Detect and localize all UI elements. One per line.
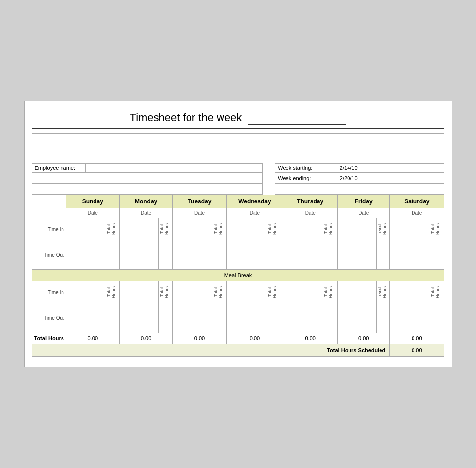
saturday-header: Saturday <box>390 195 444 208</box>
monday-timein-1[interactable] <box>119 218 158 240</box>
total-hours-row-label: Total Hours <box>32 333 66 344</box>
time-in-label-1: Time In <box>32 218 66 240</box>
saturday-totalhours-2: TotalHours <box>430 285 441 299</box>
wednesday-totalhours-1: TotalHours <box>267 222 278 236</box>
sunday-timein-1[interactable] <box>66 218 105 240</box>
time-out-label-1: Time Out <box>32 240 66 270</box>
thursday-timeout-2[interactable] <box>283 303 322 333</box>
monday-total: 0.00 <box>119 333 173 344</box>
wednesday-timeout-1[interactable] <box>226 240 266 270</box>
monday-totalhours-1: TotalHours <box>159 222 170 236</box>
thursday-totalhours-1: TotalHours <box>323 222 334 236</box>
thursday-timein-1[interactable] <box>283 218 322 240</box>
tuesday-totalhours-2: TotalHours <box>213 285 223 299</box>
saturday-total: 0.00 <box>390 333 444 344</box>
thursday-date[interactable]: Date <box>283 208 338 218</box>
saturday-timein-2[interactable] <box>390 281 429 303</box>
week-starting-value: 2/14/10 <box>337 164 386 173</box>
wednesday-timeout-2[interactable] <box>226 303 266 333</box>
time-out-label-2: Time Out <box>32 303 66 333</box>
timesheet-container: Timesheet for the week Employee name: We… <box>24 101 452 367</box>
tuesday-timeout-2[interactable] <box>173 303 212 333</box>
sunday-total: 0.00 <box>66 333 119 344</box>
saturday-timeout-1[interactable] <box>390 240 429 270</box>
thursday-total: 0.00 <box>283 333 338 344</box>
monday-timein-2[interactable] <box>119 281 158 303</box>
sunday-totalhours-2: TotalHours <box>106 285 117 299</box>
friday-timeout-1[interactable] <box>338 240 377 270</box>
wednesday-totalhours-2: TotalHours <box>267 285 278 299</box>
sunday-totalhours-1: TotalHours <box>106 222 117 236</box>
thursday-totalhours-2: TotalHours <box>323 285 334 299</box>
friday-totalhours-1: TotalHours <box>377 222 388 236</box>
employee-label: Employee name: <box>32 164 86 173</box>
scheduled-label: Total Hours Scheduled <box>32 344 390 357</box>
tuesday-total: 0.00 <box>173 333 226 344</box>
tuesday-timein-2[interactable] <box>173 281 212 303</box>
monday-timeout-2[interactable] <box>119 303 158 333</box>
sunday-date[interactable]: Date <box>66 208 119 218</box>
wednesday-timein-1[interactable] <box>226 218 266 240</box>
title: Timesheet for the week <box>32 111 444 129</box>
tuesday-timeout-1[interactable] <box>173 240 212 270</box>
thursday-timein-2[interactable] <box>283 281 322 303</box>
tuesday-totalhours-1: TotalHours <box>213 222 223 236</box>
sunday-timeout-2[interactable] <box>66 303 105 333</box>
tuesday-header: Tuesday <box>173 195 226 208</box>
wednesday-header: Wednesday <box>226 195 283 208</box>
friday-date[interactable]: Date <box>338 208 390 218</box>
week-ending-label: Week ending: <box>275 173 337 184</box>
title-underline <box>248 111 346 125</box>
time-in-label-2: Time In <box>32 281 66 303</box>
friday-timein-2[interactable] <box>338 281 377 303</box>
sunday-timeout-1[interactable] <box>66 240 105 270</box>
monday-header: Monday <box>119 195 173 208</box>
sunday-header: Sunday <box>66 195 119 208</box>
saturday-timein-1[interactable] <box>390 218 429 240</box>
employee-name-input[interactable] <box>86 164 263 173</box>
friday-header: Friday <box>338 195 390 208</box>
saturday-timeout-2[interactable] <box>390 303 429 333</box>
thursday-header: Thursday <box>283 195 338 208</box>
scheduled-value: 0.00 <box>390 344 444 357</box>
monday-date[interactable]: Date <box>119 208 173 218</box>
week-starting-label: Week starting: <box>275 164 337 173</box>
friday-timein-1[interactable] <box>338 218 377 240</box>
wednesday-total: 0.00 <box>226 333 283 344</box>
friday-total: 0.00 <box>338 333 390 344</box>
wednesday-timein-2[interactable] <box>226 281 266 303</box>
saturday-totalhours-1: TotalHours <box>430 222 441 236</box>
monday-timeout-1[interactable] <box>119 240 158 270</box>
meal-break-label: Meal Break <box>32 270 444 281</box>
sunday-timein-2[interactable] <box>66 281 105 303</box>
week-ending-value: 2/20/10 <box>337 173 386 184</box>
friday-timeout-2[interactable] <box>338 303 377 333</box>
tuesday-date[interactable]: Date <box>173 208 226 218</box>
saturday-date[interactable]: Date <box>390 208 444 218</box>
friday-totalhours-2: TotalHours <box>377 285 388 299</box>
title-text: Timesheet for the week <box>130 111 242 124</box>
thursday-timeout-1[interactable] <box>283 240 322 270</box>
tuesday-timein-1[interactable] <box>173 218 212 240</box>
wednesday-date[interactable]: Date <box>226 208 283 218</box>
monday-totalhours-2: TotalHours <box>159 285 170 299</box>
